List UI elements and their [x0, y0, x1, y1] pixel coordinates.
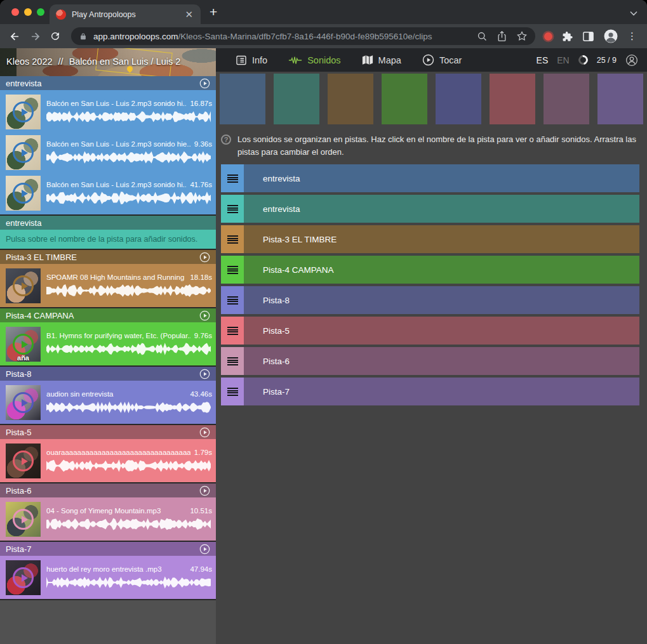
minimize-window-button[interactable]: [24, 8, 32, 16]
sidebar-section-header[interactable]: Pista-6: [0, 483, 216, 497]
zoom-icon[interactable]: [477, 31, 488, 42]
sidebar-section: entrevista Balcón en San Luis - Luis 2.m…: [0, 76, 216, 214]
nav-item-sonidos[interactable]: Sonidos: [280, 48, 349, 72]
track-drag-handle[interactable]: [221, 256, 244, 284]
section-play-icon[interactable]: [199, 485, 210, 496]
track-row[interactable]: Pista-4 CAMPANA: [221, 256, 639, 284]
sidebar-section-header[interactable]: Pista-7: [0, 542, 216, 556]
clip-play-icon[interactable]: [13, 450, 34, 471]
track-drag-handle[interactable]: [221, 195, 244, 223]
sidebar-section-header[interactable]: Pista-4 CAMPANA: [0, 308, 216, 322]
clip-play-icon[interactable]: [13, 142, 34, 163]
track-bar[interactable]: entrevista: [244, 195, 639, 223]
track-row[interactable]: entrevista: [221, 164, 639, 192]
audio-clip[interactable]: ouaraaaaaaaaaaaaaaaaaaaaaaaaaaaaaaaaaa..…: [0, 440, 216, 481]
section-play-icon[interactable]: [199, 252, 210, 263]
track-bar[interactable]: Pista-6: [244, 347, 639, 375]
sidebar-section: Pista-4 CAMPANA aña B1. Hymns for purify…: [0, 308, 216, 365]
zoom-window-button[interactable]: [37, 8, 44, 16]
track-bar[interactable]: entrevista: [244, 164, 639, 192]
clip-thumbnail[interactable]: [6, 560, 41, 595]
clip-play-icon[interactable]: [13, 102, 34, 122]
audio-clip[interactable]: audion sin entrevista 43.46s: [0, 382, 216, 423]
language-es-button[interactable]: ES: [537, 55, 549, 65]
nav-item-mapa[interactable]: Mapa: [354, 48, 410, 72]
reload-button[interactable]: [46, 27, 65, 46]
clip-thumbnail[interactable]: [6, 135, 41, 170]
clip-thumbnail[interactable]: [6, 385, 41, 420]
account-icon[interactable]: [625, 54, 638, 67]
track-drag-handle[interactable]: [221, 317, 244, 345]
section-play-icon[interactable]: [199, 78, 210, 89]
track-drag-handle[interactable]: [221, 378, 244, 405]
menu-icon[interactable]: ⋮: [627, 30, 637, 42]
clip-play-icon[interactable]: [13, 183, 34, 204]
share-icon[interactable]: [497, 30, 507, 42]
clip-thumbnail[interactable]: [6, 95, 41, 129]
sidebar-section-header[interactable]: entrevista: [0, 216, 216, 230]
track-drag-handle[interactable]: [221, 164, 244, 192]
clip-play-icon[interactable]: [13, 392, 34, 413]
section-play-icon[interactable]: [199, 544, 210, 555]
address-bar[interactable]: app.antropoloops.com/Kleos-Santa-Marina/…: [71, 27, 535, 45]
bookmark-icon[interactable]: [516, 30, 528, 42]
track-row[interactable]: Pista-3 EL TIMBRE: [221, 225, 639, 253]
close-window-button[interactable]: [11, 8, 19, 16]
track-color-swatch: [382, 74, 427, 124]
tab-close-icon[interactable]: ✕: [183, 9, 194, 20]
clip-play-icon[interactable]: [13, 334, 34, 355]
track-bar[interactable]: Pista-5: [244, 317, 639, 345]
section-play-icon[interactable]: [199, 427, 210, 438]
track-row[interactable]: Pista-7: [221, 378, 639, 405]
track-drag-handle[interactable]: [221, 225, 244, 253]
track-bar[interactable]: Pista-7: [244, 378, 639, 405]
track-bar[interactable]: Pista-4 CAMPANA: [244, 256, 639, 284]
track-bar[interactable]: Pista-3 EL TIMBRE: [244, 225, 639, 253]
language-en-button[interactable]: EN: [557, 55, 569, 65]
nav-item-info[interactable]: Info: [227, 48, 276, 72]
clip-thumbnail[interactable]: [6, 444, 41, 478]
audio-clip[interactable]: aña B1. Hymns for purifying water, Etc. …: [0, 324, 216, 364]
clip-waveform: [46, 109, 212, 124]
track-row[interactable]: entrevista: [221, 195, 639, 223]
new-tab-button[interactable]: +: [210, 5, 217, 19]
drag-handle-icon: [227, 266, 238, 274]
audio-clip[interactable]: Balcón en San Luis - Luis 2.mp3 sonido h…: [0, 91, 216, 132]
forward-button[interactable]: [25, 27, 44, 46]
browser-tab[interactable]: Play Antropoloops ✕: [50, 4, 201, 24]
profile-icon[interactable]: [603, 29, 618, 44]
audio-clip[interactable]: Balcón en San Luis - Luis 2.mp3 sonido h…: [0, 132, 216, 173]
sidebar-section-header[interactable]: Pista-8: [0, 367, 216, 381]
section-play-icon[interactable]: [199, 310, 210, 321]
sidebar-section-header[interactable]: Pista-3 EL TIMBRE: [0, 250, 216, 264]
drag-handle-icon: [227, 235, 238, 244]
clip-play-icon[interactable]: [13, 567, 34, 588]
sidebar-section-header[interactable]: Pista-5: [0, 425, 216, 439]
clip-play-icon[interactable]: [13, 275, 34, 296]
track-drag-handle[interactable]: [221, 286, 244, 314]
clip-play-icon[interactable]: [13, 509, 34, 530]
track-row[interactable]: Pista-8: [221, 286, 639, 314]
track-bar[interactable]: Pista-8: [244, 286, 639, 314]
extensions-icon[interactable]: [561, 30, 573, 43]
back-button[interactable]: [5, 27, 24, 46]
tab-search-chevron-icon[interactable]: [629, 8, 638, 19]
clip-thumbnail[interactable]: aña: [6, 327, 41, 362]
sidebar-section-header[interactable]: entrevista: [0, 76, 216, 90]
track-drag-handle[interactable]: [221, 347, 244, 375]
clip-thumbnail[interactable]: [6, 502, 41, 537]
track-row[interactable]: Pista-6: [221, 347, 639, 375]
audio-clip[interactable]: SPOAMR 08 High Mountains and Running ...…: [0, 265, 216, 306]
clip-thumbnail[interactable]: [6, 268, 41, 303]
sidepanel-icon[interactable]: [582, 30, 594, 43]
audio-clip[interactable]: Balcón en San Luis - Luis 2.mp3 sonido h…: [0, 173, 216, 213]
clip-thumbnail[interactable]: [6, 176, 41, 211]
breadcrumb-project[interactable]: Kleos 2022: [6, 56, 53, 67]
section-play-icon[interactable]: [199, 369, 210, 379]
audio-clip[interactable]: 04 - Song of Yimeng Mountain.mp3 10.51s: [0, 499, 216, 539]
nav-item-tocar[interactable]: Tocar: [414, 48, 470, 72]
audio-clip[interactable]: huerto del rey moro entrevista .mp3 47.9…: [0, 557, 216, 598]
track-row[interactable]: Pista-5: [221, 317, 639, 345]
nav-label-sonidos: Sonidos: [307, 55, 340, 65]
record-icon[interactable]: [544, 32, 552, 41]
